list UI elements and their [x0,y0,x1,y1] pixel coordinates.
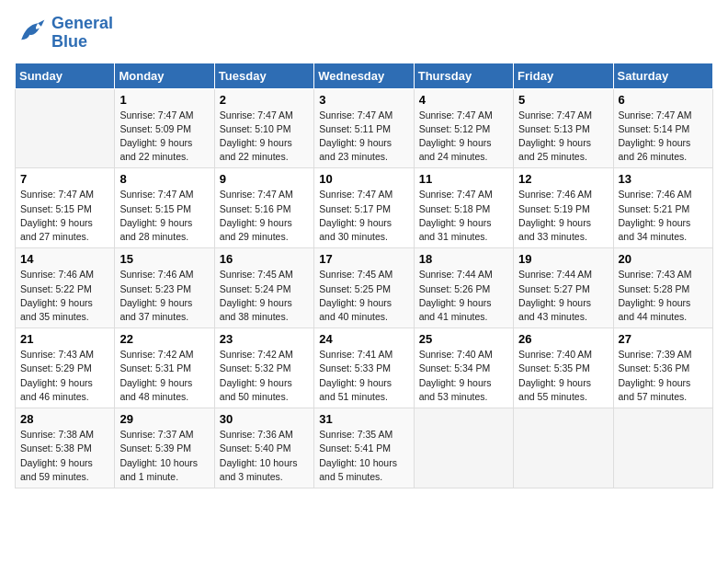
week-row-2: 7Sunrise: 7:47 AMSunset: 5:15 PMDaylight… [16,168,713,248]
day-number: 6 [619,93,708,107]
day-info: Sunrise: 7:44 AMSunset: 5:26 PMDaylight:… [419,268,508,324]
day-cell [613,408,712,488]
day-cell: 28Sunrise: 7:38 AMSunset: 5:38 PMDayligh… [16,408,115,488]
day-info: Sunrise: 7:44 AMSunset: 5:27 PMDaylight:… [518,268,608,324]
day-cell: 29Sunrise: 7:37 AMSunset: 5:39 PMDayligh… [115,408,214,488]
day-number: 13 [619,172,708,186]
day-info: Sunrise: 7:47 AMSunset: 5:11 PMDaylight:… [319,109,408,165]
header-thursday: Thursday [414,63,513,88]
day-number: 2 [220,93,309,107]
day-info: Sunrise: 7:46 AMSunset: 5:22 PMDaylight:… [20,268,109,324]
day-number: 14 [20,252,109,266]
day-info: Sunrise: 7:40 AMSunset: 5:35 PMDaylight:… [518,348,608,404]
day-cell: 12Sunrise: 7:46 AMSunset: 5:19 PMDayligh… [514,168,613,248]
day-number: 26 [518,332,608,346]
week-row-3: 14Sunrise: 7:46 AMSunset: 5:22 PMDayligh… [16,248,713,328]
header-monday: Monday [115,63,214,88]
day-info: Sunrise: 7:47 AMSunset: 5:13 PMDaylight:… [518,109,608,165]
day-cell: 2Sunrise: 7:47 AMSunset: 5:10 PMDaylight… [214,88,313,168]
day-number: 16 [220,252,309,266]
day-info: Sunrise: 7:36 AMSunset: 5:40 PMDaylight:… [220,428,309,484]
day-number: 12 [518,172,608,186]
day-cell: 11Sunrise: 7:47 AMSunset: 5:18 PMDayligh… [414,168,513,248]
day-number: 21 [20,332,109,346]
day-cell: 17Sunrise: 7:45 AMSunset: 5:25 PMDayligh… [314,248,414,328]
day-number: 19 [518,252,608,266]
day-number: 22 [119,332,209,346]
day-cell: 30Sunrise: 7:36 AMSunset: 5:40 PMDayligh… [214,408,313,488]
day-info: Sunrise: 7:46 AMSunset: 5:21 PMDaylight:… [619,188,708,244]
day-cell: 6Sunrise: 7:47 AMSunset: 5:14 PMDaylight… [613,88,712,168]
day-info: Sunrise: 7:47 AMSunset: 5:14 PMDaylight:… [619,109,708,165]
day-cell: 15Sunrise: 7:46 AMSunset: 5:23 PMDayligh… [115,248,214,328]
day-cell [16,88,115,168]
day-info: Sunrise: 7:38 AMSunset: 5:38 PMDaylight:… [20,428,109,484]
day-number: 25 [419,332,508,346]
day-cell: 21Sunrise: 7:43 AMSunset: 5:29 PMDayligh… [16,328,115,408]
header-friday: Friday [514,63,613,88]
day-cell: 27Sunrise: 7:39 AMSunset: 5:36 PMDayligh… [613,328,712,408]
day-info: Sunrise: 7:35 AMSunset: 5:41 PMDaylight:… [319,428,408,484]
day-cell: 5Sunrise: 7:47 AMSunset: 5:13 PMDaylight… [514,88,613,168]
day-info: Sunrise: 7:43 AMSunset: 5:29 PMDaylight:… [20,348,109,404]
logo-icon [15,17,48,50]
day-info: Sunrise: 7:47 AMSunset: 5:15 PMDaylight:… [119,188,209,244]
day-number: 29 [119,412,209,426]
week-row-4: 21Sunrise: 7:43 AMSunset: 5:29 PMDayligh… [16,328,713,408]
day-info: Sunrise: 7:47 AMSunset: 5:18 PMDaylight:… [419,188,508,244]
day-number: 24 [319,332,408,346]
day-number: 5 [518,93,608,107]
day-info: Sunrise: 7:47 AMSunset: 5:12 PMDaylight:… [419,109,508,165]
day-info: Sunrise: 7:46 AMSunset: 5:23 PMDaylight:… [119,268,209,324]
day-number: 27 [619,332,708,346]
day-info: Sunrise: 7:39 AMSunset: 5:36 PMDaylight:… [619,348,708,404]
day-info: Sunrise: 7:41 AMSunset: 5:33 PMDaylight:… [319,348,408,404]
day-number: 15 [119,252,209,266]
header-tuesday: Tuesday [214,63,313,88]
day-cell: 1Sunrise: 7:47 AMSunset: 5:09 PMDaylight… [115,88,214,168]
calendar-table: SundayMondayTuesdayWednesdayThursdayFrid… [15,63,713,488]
day-info: Sunrise: 7:45 AMSunset: 5:25 PMDaylight:… [319,268,408,324]
day-number: 9 [220,172,309,186]
day-info: Sunrise: 7:46 AMSunset: 5:19 PMDaylight:… [518,188,608,244]
day-cell: 23Sunrise: 7:42 AMSunset: 5:32 PMDayligh… [214,328,313,408]
day-cell: 18Sunrise: 7:44 AMSunset: 5:26 PMDayligh… [414,248,513,328]
header-sunday: Sunday [16,63,115,88]
day-info: Sunrise: 7:40 AMSunset: 5:34 PMDaylight:… [419,348,508,404]
day-cell: 3Sunrise: 7:47 AMSunset: 5:11 PMDaylight… [314,88,414,168]
day-cell: 20Sunrise: 7:43 AMSunset: 5:28 PMDayligh… [613,248,712,328]
week-row-1: 1Sunrise: 7:47 AMSunset: 5:09 PMDaylight… [16,88,713,168]
day-number: 30 [220,412,309,426]
day-cell: 7Sunrise: 7:47 AMSunset: 5:15 PMDaylight… [16,168,115,248]
day-number: 18 [419,252,508,266]
day-number: 1 [119,93,209,107]
day-info: Sunrise: 7:47 AMSunset: 5:16 PMDaylight:… [220,188,309,244]
day-cell: 22Sunrise: 7:42 AMSunset: 5:31 PMDayligh… [115,328,214,408]
day-number: 10 [319,172,408,186]
day-info: Sunrise: 7:37 AMSunset: 5:39 PMDaylight:… [119,428,209,484]
day-number: 8 [119,172,209,186]
day-cell: 4Sunrise: 7:47 AMSunset: 5:12 PMDaylight… [414,88,513,168]
day-cell: 19Sunrise: 7:44 AMSunset: 5:27 PMDayligh… [514,248,613,328]
day-cell: 10Sunrise: 7:47 AMSunset: 5:17 PMDayligh… [314,168,414,248]
day-number: 17 [319,252,408,266]
logo: General Blue [15,15,113,52]
day-info: Sunrise: 7:47 AMSunset: 5:10 PMDaylight:… [220,109,309,165]
day-cell: 8Sunrise: 7:47 AMSunset: 5:15 PMDaylight… [115,168,214,248]
day-number: 28 [20,412,109,426]
day-number: 11 [419,172,508,186]
day-info: Sunrise: 7:47 AMSunset: 5:15 PMDaylight:… [20,188,109,244]
day-cell: 13Sunrise: 7:46 AMSunset: 5:21 PMDayligh… [613,168,712,248]
day-number: 31 [319,412,408,426]
day-cell: 26Sunrise: 7:40 AMSunset: 5:35 PMDayligh… [514,328,613,408]
page-header: General Blue [15,15,713,52]
day-cell [414,408,513,488]
week-row-5: 28Sunrise: 7:38 AMSunset: 5:38 PMDayligh… [16,408,713,488]
day-info: Sunrise: 7:42 AMSunset: 5:32 PMDaylight:… [220,348,309,404]
day-number: 23 [220,332,309,346]
logo-text: General Blue [51,15,113,52]
day-number: 3 [319,93,408,107]
day-number: 7 [20,172,109,186]
day-info: Sunrise: 7:47 AMSunset: 5:17 PMDaylight:… [319,188,408,244]
day-cell: 14Sunrise: 7:46 AMSunset: 5:22 PMDayligh… [16,248,115,328]
